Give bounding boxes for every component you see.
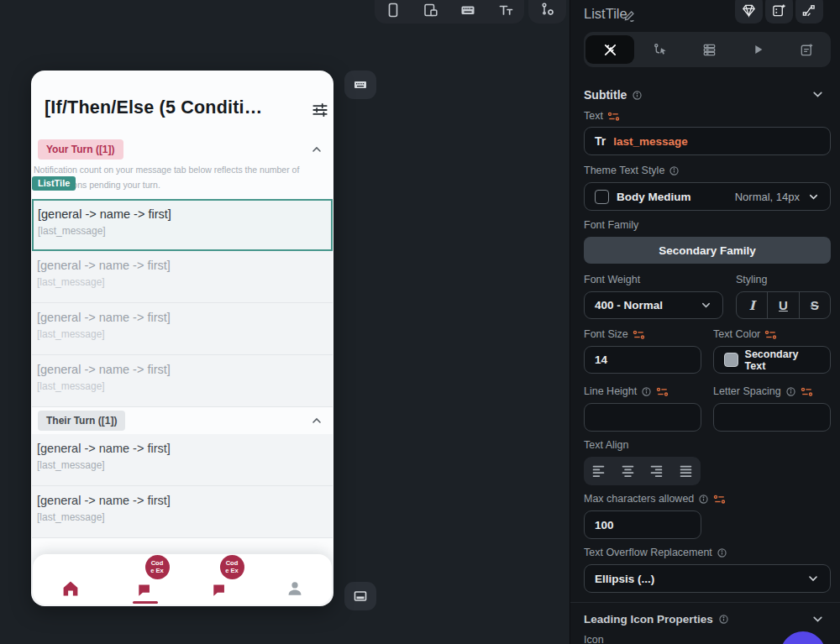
tile-title: [general -> name -> first]	[37, 494, 328, 507]
add-widget-button[interactable]	[765, 0, 793, 24]
database-icon	[701, 42, 717, 58]
font-family-label: Font Family	[584, 219, 638, 231]
list-tile[interactable]: [general -> name -> first] [last_message…	[32, 303, 333, 355]
line-height-label: Line Height	[584, 385, 637, 397]
underline-button[interactable]: U	[767, 292, 798, 318]
gem-icon	[741, 3, 757, 18]
subtitle-text-field[interactable]: Tr last_message	[584, 127, 831, 155]
align-center-icon	[621, 464, 635, 479]
theme-style-checkbox[interactable]	[595, 190, 609, 204]
panel-tabbar	[584, 32, 831, 67]
documentation-tab[interactable]	[782, 32, 831, 67]
text-scale-icon[interactable]	[495, 0, 517, 20]
theme-style-name: Body Medium	[617, 191, 691, 203]
overflow-label-row: Text Overflow Replacement	[584, 547, 727, 558]
leading-icon-section-header: Leading Icon Properties	[584, 613, 729, 626]
max-chars-label: Max characters allowed	[584, 493, 694, 505]
person-icon	[285, 579, 305, 599]
info-icon	[717, 547, 727, 558]
phone-icon[interactable]	[382, 0, 404, 20]
keyboard-toggle-icon	[352, 76, 369, 93]
selection-badge: ListTile	[32, 176, 76, 191]
list-tile[interactable]: [general -> name -> first] [last_message…	[32, 355, 333, 407]
text-type-icon: Tr	[595, 134, 606, 148]
align-justify-button[interactable]	[671, 457, 701, 485]
letter-spacing-label: Letter Spacing	[713, 385, 781, 397]
tile-subtitle: [last_message]	[38, 225, 327, 237]
subtitle-section-header: Subtitle	[584, 88, 643, 102]
nav-messages[interactable]: Code Ex	[201, 560, 239, 599]
collapse-their-turn-icon[interactable]	[310, 414, 323, 427]
canvas-area: [If/Then/Else (5 Conditi… Your Turn ([1]…	[0, 0, 570, 644]
align-center-button[interactable]	[613, 457, 643, 485]
text-color-label-row: Text Color	[713, 328, 777, 340]
font-family-button[interactable]: Secondary Family	[584, 237, 831, 264]
add-widget-icon	[771, 3, 787, 18]
keyboard-toggle-button[interactable]	[344, 71, 376, 99]
overflow-dropdown[interactable]: Ellipsis (...)	[584, 564, 831, 593]
align-left-button[interactable]	[584, 457, 613, 485]
nav-home[interactable]	[51, 560, 90, 599]
align-justify-icon	[679, 464, 693, 479]
font-weight-dropdown[interactable]: 400 - Normal	[584, 291, 723, 319]
dock-bottom-icon	[352, 588, 369, 605]
icon-label: Icon	[584, 634, 604, 644]
theme-style-label: Theme Text Style	[584, 165, 664, 176]
subtitle-text-value: last_message	[613, 135, 688, 148]
section-title: Subtitle	[584, 88, 627, 102]
devices-icon[interactable]	[420, 0, 442, 20]
collapse-subtitle-icon[interactable]	[811, 87, 825, 102]
notification-note-line1: Notification count on your message tab b…	[34, 165, 299, 175]
italic-button[interactable]: I	[737, 292, 767, 318]
collapse-leading-icon-icon[interactable]	[811, 612, 825, 626]
theme-settings-button[interactable]	[735, 0, 763, 24]
nav-messages-active[interactable]: Code Ex	[126, 560, 165, 599]
theme-style-label-row: Theme Text Style	[584, 165, 680, 176]
dock-bottom-button[interactable]	[344, 582, 376, 610]
text-color-value: Secondary Text	[745, 348, 820, 372]
list-tile[interactable]: [general -> name -> first] [last_message…	[32, 434, 333, 486]
selected-widget-title: ListTile	[584, 6, 627, 22]
overflow-value: Ellipsis (...)	[595, 573, 654, 585]
tree-settings-button[interactable]	[528, 0, 566, 24]
notification-note-line2: ions pending your turn.	[71, 180, 160, 190]
overflow-label: Text Overflow Replacement	[584, 547, 712, 558]
list-tile[interactable]: [general -> name -> first] [last_message…	[32, 251, 333, 303]
theme-style-dropdown[interactable]: Body Medium Normal, 14px	[584, 182, 831, 211]
info-icon	[641, 386, 652, 397]
max-chars-input[interactable]: 100	[584, 510, 701, 539]
font-size-label-row: Font Size	[584, 328, 645, 340]
properties-tab[interactable]	[585, 35, 634, 64]
font-weight-value: 400 - Normal	[595, 299, 663, 312]
set-from-variable-icon	[633, 329, 645, 340]
set-from-variable-icon	[801, 386, 813, 397]
info-icon	[698, 494, 709, 505]
keyboard-icon[interactable]	[457, 0, 479, 20]
collapse-your-turn-icon[interactable]	[310, 143, 323, 156]
actions-tab[interactable]	[636, 32, 685, 67]
align-right-icon	[649, 464, 664, 479]
color-swatch	[724, 353, 738, 367]
font-size-input[interactable]: 14	[584, 346, 701, 374]
letter-spacing-input[interactable]	[713, 403, 831, 432]
tile-subtitle: [last_message]	[37, 459, 328, 471]
line-height-input[interactable]	[584, 403, 701, 432]
tune-icon[interactable]	[311, 101, 329, 119]
rename-widget-button[interactable]	[622, 8, 637, 24]
vector-tools-button[interactable]	[795, 0, 823, 24]
chat-icon	[211, 580, 229, 599]
align-left-icon	[591, 464, 606, 479]
nav-profile[interactable]	[276, 560, 314, 599]
design-icon	[602, 42, 618, 58]
their-turn-chip: Their Turn ([1])	[38, 411, 125, 431]
align-right-button[interactable]	[643, 457, 672, 485]
icon-picker-button[interactable]	[780, 631, 826, 644]
text-color-button[interactable]: Secondary Text	[713, 346, 831, 374]
animations-tab[interactable]	[733, 32, 782, 67]
bottom-nav-bar: Code Ex Code Ex	[33, 554, 332, 605]
strikethrough-button[interactable]: S	[799, 292, 830, 318]
list-tile[interactable]: [general -> name -> first] [last_message…	[32, 486, 333, 538]
list-tile[interactable]: [general -> name -> first] [last_message…	[32, 199, 333, 251]
line-height-label-row: Line Height	[584, 385, 669, 397]
backend-tab[interactable]	[685, 32, 733, 67]
